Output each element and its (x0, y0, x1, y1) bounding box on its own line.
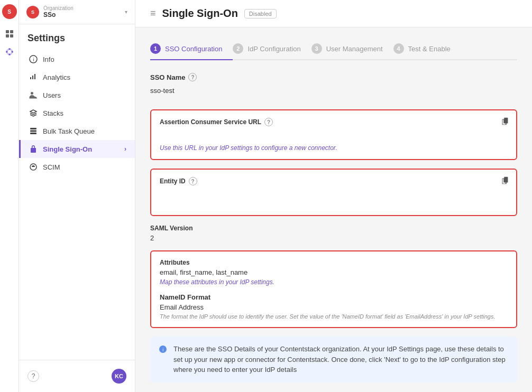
sidebar-item-stacks[interactable]: Stacks (19, 104, 135, 122)
step-2-label: IdP Configuration (247, 45, 300, 53)
sidebar-item-users-label: Users (43, 91, 61, 99)
step-4-num: 4 (393, 43, 404, 54)
acs-url-hint: Use this URL in your IdP settings to con… (160, 144, 508, 152)
user-avatar[interactable]: KC (112, 369, 126, 384)
svg-rect-7 (30, 130, 36, 132)
step-2-num: 2 (233, 43, 243, 54)
sidebar-item-stacks-label: Stacks (43, 109, 63, 117)
page-header-icon: ≡ (150, 8, 156, 19)
acs-url-label: Assertion Consumer Service URL ? (160, 118, 508, 126)
step-1-label: SSO Configuration (165, 45, 222, 53)
acs-url-copy-button[interactable] (500, 117, 510, 128)
sidebar-item-bulk-task-label: Bulk Task Queue (43, 127, 95, 135)
svg-text:i: i (33, 57, 34, 62)
sidebar-item-sso-label: Single Sign-On (43, 145, 92, 153)
org-name: SSo (43, 11, 121, 18)
org-info: Organization SSo (43, 5, 121, 18)
sso-name-value: sso-test (150, 85, 517, 99)
info-banner: i These are the SSO Details of your Cont… (150, 337, 517, 382)
sso-name-help-icon[interactable]: ? (188, 73, 197, 81)
page-title: Single Sign-On (162, 7, 238, 20)
step-user-management[interactable]: 3 User Management (311, 38, 393, 60)
svg-text:i: i (162, 347, 163, 352)
step-test-enable[interactable]: 4 Test & Enable (393, 38, 461, 60)
org-label: Organization (43, 5, 121, 11)
entity-id-label: Entity ID ? (160, 177, 508, 185)
sidebar-item-scim-label: SCIM (43, 163, 60, 171)
acs-url-box: Assertion Consumer Service URL ? Use thi… (150, 109, 517, 160)
saml-version-value: 2 (150, 234, 517, 242)
saml-version-label: SAML Version (150, 225, 517, 232)
sidebar-item-single-sign-on[interactable]: Single Sign-On › (19, 140, 135, 158)
svg-rect-1 (10, 30, 13, 33)
nameid-format-desc: The format the IdP should use to identif… (160, 313, 508, 320)
sidebar-item-analytics-label: Analytics (43, 73, 70, 81)
org-avatar: S (26, 6, 39, 18)
attributes-box: Attributes email, first_name, last_name … (150, 250, 517, 328)
nameid-format-label: NameID Format (160, 293, 508, 301)
bulk-task-nav-icon (29, 127, 38, 135)
app-logo: S (2, 4, 17, 19)
sidebar-item-info-label: Info (43, 55, 54, 63)
svg-rect-8 (30, 133, 36, 134)
sidebar-item-analytics[interactable]: Analytics (19, 68, 135, 86)
analytics-nav-icon (29, 73, 38, 81)
sidebar-item-bulk-task-queue[interactable]: Bulk Task Queue (19, 122, 135, 140)
sidebar-item-info[interactable]: i Info (19, 50, 135, 68)
sidebar: S Organization SSo ▾ Settings i Info Ana… (19, 0, 135, 392)
sidebar-item-scim[interactable]: SCIM (19, 158, 135, 176)
svg-rect-3 (10, 34, 13, 38)
step-3-label: User Management (326, 45, 383, 53)
sidebar-bottom: ? KC (19, 360, 135, 392)
svg-rect-6 (30, 128, 36, 129)
grid-icon[interactable] (2, 26, 17, 41)
sso-chevron-icon: › (124, 145, 126, 153)
step-4-label: Test & Enable (408, 45, 451, 53)
entity-id-copy-button[interactable] (500, 176, 510, 187)
settings-icon[interactable] (2, 44, 17, 59)
svg-rect-0 (6, 30, 9, 33)
sidebar-title: Settings (19, 24, 135, 50)
sidebar-nav: i Info Analytics Users Stacks Bulk Task … (19, 50, 135, 360)
scim-nav-icon (29, 163, 38, 171)
svg-rect-2 (6, 34, 9, 38)
org-selector[interactable]: S Organization SSo ▾ (19, 0, 135, 24)
entity-id-box: Entity ID ? (150, 169, 517, 216)
attributes-value: email, first_name, last_name (160, 268, 508, 276)
attributes-hint: Map these attributes in your IdP setting… (160, 278, 508, 286)
sidebar-item-users[interactable]: Users (19, 86, 135, 104)
sso-name-section: SSO Name ? sso-test (150, 73, 517, 99)
icon-bar: S (0, 0, 19, 392)
attributes-label: Attributes (160, 259, 508, 266)
stacks-nav-icon (29, 109, 38, 117)
step-idp-configuration[interactable]: 2 IdP Configuration (233, 38, 311, 60)
info-banner-icon: i (159, 345, 167, 357)
page-header: ≡ Single Sign-On Disabled (135, 0, 532, 27)
main-content: ≡ Single Sign-On Disabled 1 SSO Configur… (135, 0, 532, 392)
entity-id-help-icon[interactable]: ? (189, 177, 197, 185)
stepper-tabs: 1 SSO Configuration 2 IdP Configuration … (150, 38, 517, 60)
status-badge: Disabled (244, 9, 277, 18)
step-sso-configuration[interactable]: 1 SSO Configuration (150, 38, 233, 60)
step-3-num: 3 (311, 43, 322, 54)
users-nav-icon (29, 91, 38, 99)
nameid-format-value: Email Address (160, 303, 508, 311)
help-button[interactable]: ? (27, 370, 39, 382)
org-chevron-icon: ▾ (125, 9, 127, 15)
sso-nav-icon (29, 145, 38, 153)
saml-version-section: SAML Version 2 (150, 225, 517, 242)
step-1-num: 1 (150, 43, 161, 54)
acs-url-help-icon[interactable]: ? (264, 118, 273, 126)
info-banner-text: These are the SSO Details of your Conten… (173, 344, 509, 375)
sso-name-label: SSO Name ? (150, 73, 517, 81)
content-area: 1 SSO Configuration 2 IdP Configuration … (135, 27, 532, 392)
info-nav-icon: i (29, 55, 38, 63)
